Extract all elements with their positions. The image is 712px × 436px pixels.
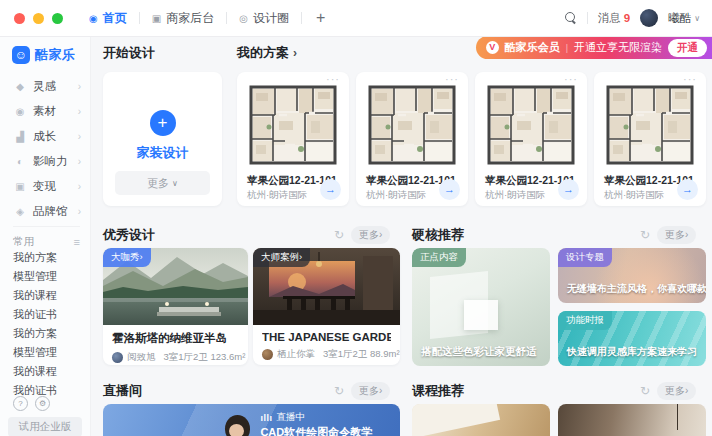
hardcore-more-button[interactable]: 更多›: [657, 226, 696, 244]
quick-item-my-courses[interactable]: 我的课程: [0, 286, 90, 305]
brand-logo[interactable]: ☺ 酷家乐: [12, 46, 76, 64]
trial-enterprise-button[interactable]: 试用企业版: [8, 417, 82, 436]
tab-merchant-label: 商家后台: [166, 10, 214, 27]
sidebar-item-label: 影响力: [33, 154, 78, 169]
sidebar-item-inspiration[interactable]: ◆ 灵感 ›: [0, 74, 90, 99]
chevron-right-icon: ›: [78, 131, 81, 142]
quick-item-my-plans[interactable]: 我的方案: [0, 248, 90, 267]
sidebar-menu: ◆ 灵感 › ◉ 素材 › ▟ 成长 › ◐ 影响力 › ▣ 变现: [0, 74, 90, 224]
section-title-live: 直播间: [103, 382, 142, 400]
vip-banner[interactable]: V 酷家乐会员 | 开通立享无限渲染 开通: [476, 36, 712, 59]
plan-card[interactable]: ··· 苹果公园12-21-101 杭州·朗诗国际 →: [475, 72, 587, 206]
open-plan-arrow-button[interactable]: →: [558, 179, 579, 200]
new-tab-button[interactable]: +: [302, 9, 339, 27]
topbar-divider: [587, 12, 588, 24]
course-card[interactable]: [558, 404, 706, 436]
chevron-down-icon: ∨: [172, 179, 178, 188]
user-avatar[interactable]: [640, 9, 658, 27]
sidebar-item-materials[interactable]: ◉ 素材 ›: [0, 99, 90, 124]
tab-design-circle[interactable]: ◎ 设计圈: [227, 0, 301, 36]
excellent-design-card[interactable]: 大咖秀› 霍洛斯塔的纳维亚半岛 阅致旭 3室1厅2卫 123.6m²: [103, 248, 248, 365]
tab-home[interactable]: ◉ 首页: [77, 0, 139, 36]
close-window-button[interactable]: [14, 13, 25, 24]
author-name: 阅致旭: [127, 351, 156, 364]
design-meta: 阅致旭 3室1厅2卫 123.6m²: [112, 351, 239, 364]
sidebar-quick-list: 我的方案 模型管理 我的课程 我的证书 我的方案 模型管理 我的课程 我的证书: [0, 248, 90, 400]
sidebar-item-label: 灵感: [33, 79, 78, 94]
tab-design-circle-label: 设计圈: [253, 10, 289, 27]
vip-promo-text: 开通立享无限渲染: [574, 40, 662, 55]
live-controls: ↻ 更多›: [334, 382, 390, 400]
quick-item-my-courses[interactable]: 我的课程: [0, 362, 90, 381]
decor-shape: [464, 300, 498, 330]
messages-count-badge: 9: [624, 12, 630, 24]
plan-card[interactable]: ··· 苹果公园12-21-101 杭州·朗诗国际 →: [356, 72, 468, 206]
card-caption: 搭配这些色彩让家更舒适: [421, 345, 537, 359]
quick-item-my-plans[interactable]: 我的方案: [0, 324, 90, 343]
messages-label: 消息: [598, 11, 621, 26]
chevron-right-icon: ›: [78, 156, 81, 167]
quick-item-model-manage[interactable]: 模型管理: [0, 267, 90, 286]
badge-daka-show[interactable]: 大咖秀›: [103, 248, 151, 267]
open-plan-arrow-button[interactable]: →: [439, 179, 460, 200]
tab-home-label: 首页: [103, 10, 127, 27]
home-design-button[interactable]: 家装设计: [103, 144, 222, 162]
open-plan-arrow-button[interactable]: →: [677, 179, 698, 200]
minimize-window-button[interactable]: [33, 13, 44, 24]
banner-divider: |: [566, 43, 568, 53]
refresh-icon[interactable]: ↻: [334, 384, 344, 398]
browser-tabs: ◉ 首页 ▣ 商家后台 ◎ 设计圈 +: [77, 0, 339, 36]
courses-more-button[interactable]: 更多›: [657, 382, 696, 400]
hardcore-card-wallcloth[interactable]: 设计专题 无缝墙布主流风格，你喜欢哪款: [558, 248, 706, 303]
design-circle-icon: ◎: [239, 13, 248, 24]
section-title-excellent: 优秀设计: [103, 226, 155, 244]
sidebar-item-label: 品牌馆: [33, 204, 78, 219]
refresh-icon[interactable]: ↻: [640, 228, 650, 242]
topbar-right: 消息 9 曦酷 ∨: [565, 9, 700, 27]
quick-item-my-certificates[interactable]: 我的证书: [0, 305, 90, 324]
floor-plan-image: [368, 83, 456, 167]
design-stats: 3室1厅2卫 123.6m²: [164, 351, 246, 364]
sidebar: ☺ 酷家乐 ◆ 灵感 › ◉ 素材 › ▟ 成长 › ◐ 影响力 ›: [0, 36, 91, 436]
help-icon[interactable]: ?: [13, 396, 28, 411]
messages-button[interactable]: 消息 9: [598, 11, 630, 26]
section-title-text: 课程推荐: [412, 382, 464, 400]
live-stream-card[interactable]: ıllı 直播中 CAD软件绘图命令教学: [103, 404, 400, 436]
user-menu[interactable]: 曦酷 ∨: [668, 11, 700, 26]
vip-activate-button[interactable]: 开通: [668, 39, 707, 57]
more-label: 更多: [147, 176, 169, 191]
live-status-label: 直播中: [276, 411, 305, 424]
start-design-more-button[interactable]: 更多 ∨: [115, 171, 210, 195]
window-controls: [14, 13, 63, 24]
badge-master-case[interactable]: 大师案例›: [253, 248, 310, 267]
plan-card[interactable]: ··· 苹果公园12-21-101 杭州·朗诗国际 →: [237, 72, 349, 206]
zoom-window-button[interactable]: [52, 13, 63, 24]
tab-merchant[interactable]: ▣ 商家后台: [140, 0, 226, 36]
live-more-button[interactable]: 更多›: [351, 382, 390, 400]
sidebar-item-influence[interactable]: ◐ 影响力 ›: [0, 149, 90, 174]
list-menu-icon[interactable]: ≡: [74, 236, 80, 248]
sidebar-item-monetize[interactable]: ▣ 变现 ›: [0, 174, 90, 199]
sidebar-item-brand-hall[interactable]: ◈ 品牌馆 ›: [0, 199, 90, 224]
gear-icon[interactable]: ⚙: [35, 396, 50, 411]
plus-icon[interactable]: +: [150, 110, 176, 136]
search-icon[interactable]: [565, 12, 577, 24]
hardcore-card-colors[interactable]: 正点内容 搭配这些色彩让家更舒适: [412, 248, 550, 366]
author-avatar[interactable]: [262, 349, 273, 360]
quick-item-model-manage[interactable]: 模型管理: [0, 343, 90, 362]
refresh-icon[interactable]: ↻: [334, 228, 344, 242]
sidebar-item-growth[interactable]: ▟ 成长 ›: [0, 124, 90, 149]
design-title: 霍洛斯塔的纳维亚半岛: [112, 331, 239, 346]
plan-card[interactable]: ··· 苹果公园12-21-101 杭州·朗诗国际 →: [594, 72, 706, 206]
excellent-more-button[interactable]: 更多›: [351, 226, 390, 244]
card-caption: 快速调用灵感库方案速来学习: [567, 345, 697, 359]
course-card[interactable]: [412, 404, 550, 436]
author-name: 栖止你掌: [277, 348, 315, 361]
section-title-my-plans[interactable]: 我的方案 ›: [237, 44, 297, 62]
open-plan-arrow-button[interactable]: →: [320, 179, 341, 200]
excellent-design-card[interactable]: 大师案例› THE JAPANESE GARDEN 栖止你掌 3室1厅2卫 88…: [253, 248, 400, 365]
author-avatar[interactable]: [112, 352, 123, 363]
section-title-text: 开始设计: [103, 44, 155, 62]
refresh-icon[interactable]: ↻: [640, 384, 650, 398]
hardcore-card-inspiration-lib[interactable]: 功能时报 快速调用灵感库方案速来学习: [558, 311, 706, 366]
